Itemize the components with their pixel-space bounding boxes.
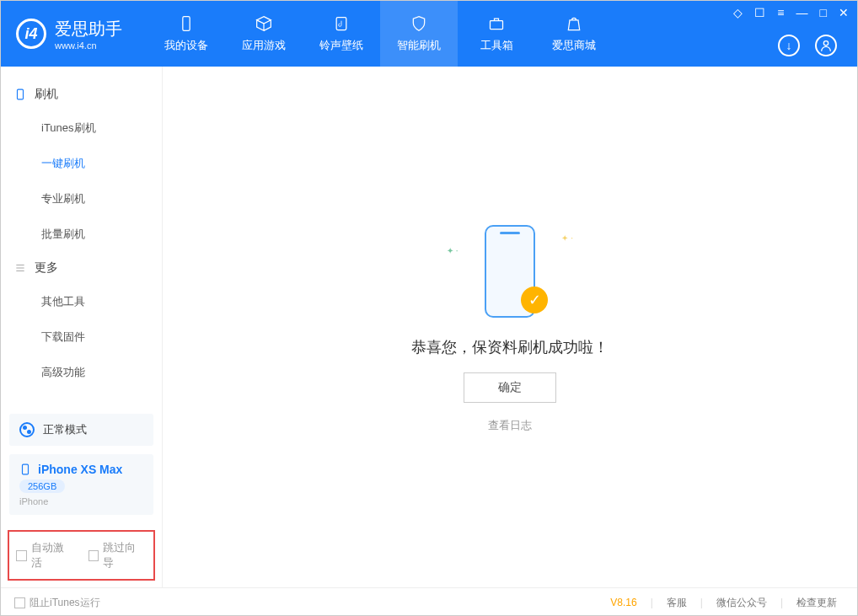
- group-more: 更多: [1, 252, 162, 284]
- minimize-icon[interactable]: —: [796, 6, 808, 19]
- option-row: 自动激活 跳过向导: [8, 530, 155, 581]
- bag-icon: [565, 14, 583, 33]
- wechat-link[interactable]: 微信公众号: [710, 596, 774, 610]
- svg-point-3: [823, 41, 828, 46]
- sparkle-icon: ✦ ·: [561, 233, 573, 243]
- sidebar-oneclick-flash[interactable]: 一键刷机: [1, 146, 162, 181]
- shield-icon: [410, 14, 428, 33]
- close-icon[interactable]: ✕: [839, 6, 849, 19]
- sidebar-advanced[interactable]: 高级功能: [1, 355, 162, 390]
- device-icon: [14, 88, 26, 100]
- check-icon: ✓: [521, 287, 548, 313]
- toolbox-icon: [487, 14, 506, 33]
- device-name: iPhone XS Max: [38, 463, 122, 476]
- menu-icon[interactable]: ≡: [777, 6, 784, 19]
- success-illustration: ✦ · ✓ ✦ ·: [447, 221, 573, 322]
- phone-icon: [177, 14, 196, 33]
- app-header: i4 爱思助手 www.i4.cn 我的设备 应用游戏 铃声壁纸 智能刷机 工具…: [1, 1, 857, 67]
- top-nav: 我的设备 应用游戏 铃声壁纸 智能刷机 工具箱 爱思商城: [147, 1, 613, 67]
- nav-apps[interactable]: 应用游戏: [225, 1, 303, 67]
- nav-ringtone[interactable]: 铃声壁纸: [303, 1, 380, 67]
- svg-rect-5: [23, 464, 29, 474]
- sidebar-download-fw[interactable]: 下载固件: [1, 319, 162, 355]
- version-label: V8.16: [610, 597, 636, 608]
- feedback-icon[interactable]: ☐: [754, 6, 765, 19]
- list-icon: [14, 262, 26, 274]
- sidebar-other-tools[interactable]: 其他工具: [1, 284, 162, 319]
- svg-rect-2: [491, 21, 503, 29]
- cs-link[interactable]: 客服: [660, 596, 694, 610]
- sidebar-pro-flash[interactable]: 专业刷机: [1, 181, 162, 217]
- app-url: www.i4.cn: [55, 40, 122, 51]
- sidebar-itunes-flash[interactable]: iTunes刷机: [1, 110, 162, 146]
- nav-store[interactable]: 爱思商城: [535, 1, 613, 67]
- music-icon: [332, 14, 351, 33]
- update-link[interactable]: 检查更新: [790, 596, 844, 610]
- app-name: 爱思助手: [55, 18, 122, 40]
- success-message: 恭喜您，保资料刷机成功啦！: [411, 337, 609, 357]
- logo-icon: i4: [16, 19, 46, 49]
- block-itunes-checkbox[interactable]: 阻止iTunes运行: [14, 596, 100, 610]
- window-controls: ◇ ☐ ≡ — □ ✕: [733, 6, 849, 19]
- nav-toolbox[interactable]: 工具箱: [458, 1, 535, 67]
- phone-icon: [19, 463, 31, 475]
- maximize-icon[interactable]: □: [820, 6, 827, 19]
- sidebar-batch-flash[interactable]: 批量刷机: [1, 217, 162, 252]
- header-actions: ↓: [778, 35, 837, 56]
- ok-button[interactable]: 确定: [464, 372, 556, 403]
- user-icon[interactable]: [815, 35, 837, 56]
- main-content: ✦ · ✓ ✦ · 恭喜您，保资料刷机成功啦！ 确定 查看日志: [163, 67, 857, 587]
- download-icon[interactable]: ↓: [778, 35, 800, 56]
- sparkle-icon: ✦ ·: [447, 246, 458, 255]
- skip-guide-checkbox[interactable]: 跳过向导: [88, 540, 147, 570]
- svg-rect-0: [183, 17, 190, 31]
- svg-rect-4: [18, 89, 24, 99]
- group-flash: 刷机: [1, 78, 162, 110]
- logo: i4 爱思助手 www.i4.cn: [16, 18, 122, 51]
- device-box[interactable]: iPhone XS Max 256GB iPhone: [9, 454, 153, 515]
- mode-box[interactable]: 正常模式: [9, 414, 153, 446]
- nav-flash[interactable]: 智能刷机: [380, 1, 458, 67]
- mode-icon: [19, 422, 35, 437]
- auto-activate-checkbox[interactable]: 自动激活: [16, 540, 75, 570]
- skin-icon[interactable]: ◇: [733, 6, 743, 19]
- cube-icon: [255, 14, 273, 33]
- view-log-link[interactable]: 查看日志: [488, 418, 532, 433]
- status-bar: 阻止iTunes运行 V8.16 | 客服 | 微信公众号 | 检查更新: [1, 587, 857, 616]
- sidebar: 刷机 iTunes刷机 一键刷机 专业刷机 批量刷机 更多 其他工具 下载固件 …: [1, 67, 163, 587]
- storage-badge: 256GB: [19, 479, 65, 493]
- device-type: iPhone: [19, 496, 143, 506]
- nav-my-device[interactable]: 我的设备: [147, 1, 225, 67]
